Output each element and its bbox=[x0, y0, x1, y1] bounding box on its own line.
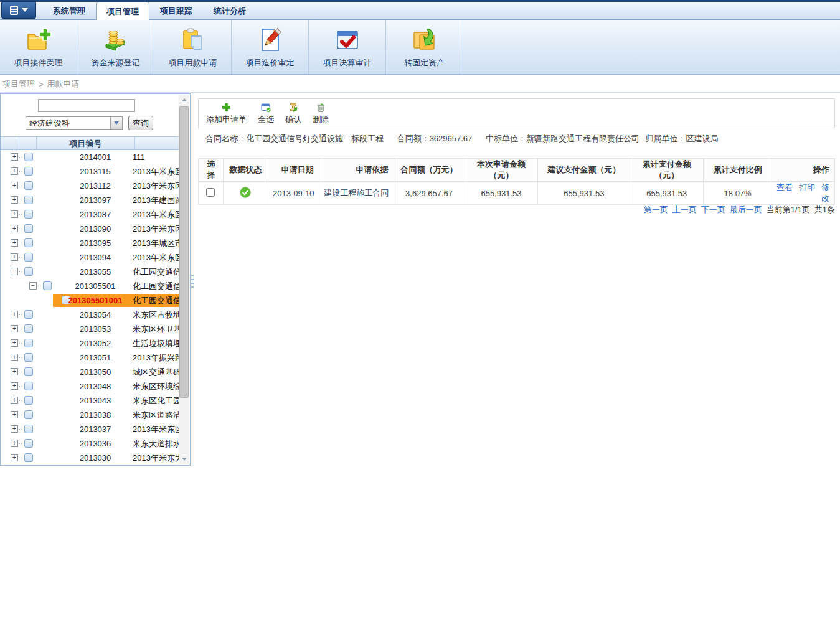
tab-4[interactable]: 统计分析 bbox=[203, 2, 257, 20]
tree-node-row[interactable]: +2013053米东区环卫基 bbox=[1, 322, 180, 336]
tree-node-row[interactable]: +20130902013年米东区 bbox=[1, 222, 180, 236]
tab-3[interactable]: 项目跟踪 bbox=[149, 2, 203, 20]
tree-expand-icon[interactable]: + bbox=[11, 454, 18, 461]
tree-node-checkbox[interactable] bbox=[24, 339, 33, 347]
tree-node-checkbox[interactable] bbox=[24, 410, 33, 419]
ribbon-item-1[interactable]: 项目接件受理 bbox=[0, 20, 77, 74]
tree-expand-icon[interactable]: + bbox=[11, 339, 18, 347]
ribbon-item-3[interactable]: 项目用款申请 bbox=[154, 20, 232, 74]
tree-node-checkbox[interactable] bbox=[24, 310, 33, 319]
tree-expand-icon[interactable]: + bbox=[11, 311, 18, 318]
tree-expand-icon[interactable]: + bbox=[11, 354, 18, 361]
main-menu-button[interactable] bbox=[1, 1, 36, 19]
tree-expand-icon[interactable]: + bbox=[11, 397, 18, 404]
tree-expand-icon[interactable]: + bbox=[11, 440, 18, 447]
tree-node-checkbox[interactable] bbox=[24, 224, 33, 233]
page-link-2[interactable]: 上一页 bbox=[672, 204, 697, 215]
tree-expand-icon[interactable]: + bbox=[11, 239, 18, 247]
tree-node-checkbox[interactable] bbox=[24, 238, 33, 247]
tree-node-checkbox[interactable] bbox=[24, 253, 33, 262]
tree-node-row[interactable]: +2013038米东区道路清 bbox=[1, 408, 180, 422]
tab-1[interactable]: 系统管理 bbox=[42, 2, 96, 20]
action-link-2[interactable]: 打印 bbox=[799, 182, 815, 192]
tree-node-row[interactable]: +20130872013年米东区 bbox=[1, 207, 180, 222]
select-dropdown-button[interactable] bbox=[110, 117, 122, 129]
tree-node-name: 化工园交通信 bbox=[133, 293, 180, 308]
tree-expand-icon[interactable]: + bbox=[11, 182, 18, 189]
query-button[interactable]: 查询 bbox=[128, 116, 153, 130]
tree-expand-icon[interactable]: + bbox=[11, 253, 18, 261]
tree-expand-icon[interactable]: + bbox=[11, 196, 18, 204]
tree-collapse-icon[interactable]: − bbox=[29, 282, 37, 290]
ribbon-item-5[interactable]: 项目决算审计 bbox=[309, 20, 386, 74]
tree-expand-icon[interactable]: + bbox=[11, 425, 18, 433]
tree-node-row[interactable]: −2013055化工园交通信 bbox=[1, 265, 180, 279]
tree-node-row[interactable]: +20130372013年米东区 bbox=[1, 422, 180, 436]
action-link-1[interactable]: 查看 bbox=[776, 182, 793, 192]
tree-node-row[interactable]: +2014001111 bbox=[1, 150, 180, 164]
action-4[interactable]: 删除 bbox=[313, 102, 329, 125]
tree-node-row[interactable]: +20130952013年城区市 bbox=[1, 236, 180, 250]
tree-scrollbar[interactable] bbox=[179, 95, 189, 464]
tree-node-row[interactable]: +2013048米东区环境综 bbox=[1, 379, 180, 393]
tree-node-row[interactable]: +2013054米东区古牧地 bbox=[1, 308, 180, 322]
tree-node-row[interactable]: +20131122013年米东区 bbox=[1, 179, 180, 193]
scroll-down-icon[interactable] bbox=[179, 454, 189, 464]
tree-node-checkbox[interactable] bbox=[24, 396, 33, 405]
tree-node-checkbox[interactable] bbox=[24, 367, 33, 376]
tree-node-row[interactable]: +2013036米东大道排水 bbox=[1, 436, 180, 451]
tree-node-checkbox[interactable] bbox=[24, 181, 33, 190]
tree-node-checkbox[interactable] bbox=[24, 167, 33, 176]
tree-node-row[interactable]: +2013050城区交通基础 bbox=[1, 365, 180, 379]
tree-node-checkbox[interactable] bbox=[24, 210, 33, 219]
ribbon-item-2[interactable]: 资金来源登记 bbox=[77, 20, 154, 74]
tree-node-checkbox[interactable] bbox=[24, 153, 33, 161]
tree-node-row[interactable]: +20131152013年米东区 bbox=[1, 164, 180, 179]
ribbon-toolbar: 项目接件受理资金来源登记项目用款申请项目造价审定项目决算审计转固定资产 bbox=[0, 20, 840, 75]
tree-expand-icon[interactable]: + bbox=[11, 411, 18, 418]
page-link-3[interactable]: 下一页 bbox=[701, 204, 725, 215]
tree-expand-icon[interactable]: + bbox=[11, 325, 18, 332]
tree-node-checkbox[interactable] bbox=[24, 324, 33, 333]
tree-node-checkbox[interactable] bbox=[24, 353, 33, 362]
tree-node-row[interactable]: +2013043米东区化工园 bbox=[1, 393, 180, 408]
tree-node-row[interactable]: +20130972013年建国路 bbox=[1, 193, 180, 207]
page-link-1[interactable]: 第一页 bbox=[644, 204, 668, 215]
tree-node-checkbox[interactable] bbox=[24, 425, 33, 433]
tree-expand-icon[interactable]: + bbox=[11, 368, 18, 375]
tree-node-checkbox[interactable] bbox=[24, 453, 33, 462]
department-select[interactable]: 经济建设科 bbox=[26, 116, 123, 130]
nav-tabs: 系统管理项目管理项目跟踪统计分析 bbox=[42, 2, 257, 20]
tree-node-row[interactable]: +2013052生活垃圾填埋 bbox=[1, 336, 180, 351]
tree-expand-icon[interactable]: + bbox=[11, 225, 18, 232]
tree-header-project-id: 项目编号 bbox=[37, 137, 135, 149]
tree-node-checkbox[interactable] bbox=[24, 267, 33, 276]
tree-search-input[interactable] bbox=[38, 99, 135, 112]
ribbon-item-4[interactable]: 项目造价审定 bbox=[232, 20, 309, 74]
scroll-up-icon[interactable] bbox=[179, 95, 189, 105]
payment-request-panel: 添加申请单全选确认删除 合同名称：化工园交通信号灯交通设施二标段工程 合同额：3… bbox=[194, 93, 840, 466]
tree-node-row[interactable]: −201305501化工园交通信 bbox=[1, 279, 180, 293]
tree-node-checkbox[interactable] bbox=[24, 382, 33, 390]
tree-expand-icon[interactable]: + bbox=[11, 167, 18, 175]
tree-expand-icon[interactable]: + bbox=[11, 210, 18, 218]
tree-node-checkbox[interactable] bbox=[43, 281, 52, 290]
action-2[interactable]: 全选 bbox=[258, 102, 274, 125]
scrollbar-thumb[interactable] bbox=[179, 106, 189, 398]
tree-node-checkbox[interactable] bbox=[24, 196, 33, 204]
tree-node-row[interactable]: +20130942013年米东区 bbox=[1, 250, 180, 265]
action-1[interactable]: 添加申请单 bbox=[206, 102, 247, 125]
ribbon-item-6[interactable]: 转固定资产 bbox=[386, 20, 463, 74]
tree-collapse-icon[interactable]: − bbox=[11, 268, 18, 275]
tree-node-row[interactable]: +20130302013年米东大 bbox=[1, 451, 180, 465]
action-3[interactable]: 确认 bbox=[285, 102, 301, 125]
row-select-checkbox[interactable] bbox=[206, 188, 215, 197]
page-link-4[interactable]: 最后一页 bbox=[730, 204, 762, 215]
tree-expand-icon[interactable]: + bbox=[11, 153, 18, 161]
tree-node-checkbox[interactable] bbox=[24, 439, 33, 448]
tree-node-row[interactable]: 201305501001化工园交通信 bbox=[1, 293, 180, 308]
tab-2[interactable]: 项目管理 bbox=[96, 2, 149, 21]
action-link-3[interactable]: 修改 bbox=[821, 182, 829, 203]
tree-node-row[interactable]: +20130512013年振兴路 bbox=[1, 351, 180, 365]
tree-expand-icon[interactable]: + bbox=[11, 382, 18, 390]
